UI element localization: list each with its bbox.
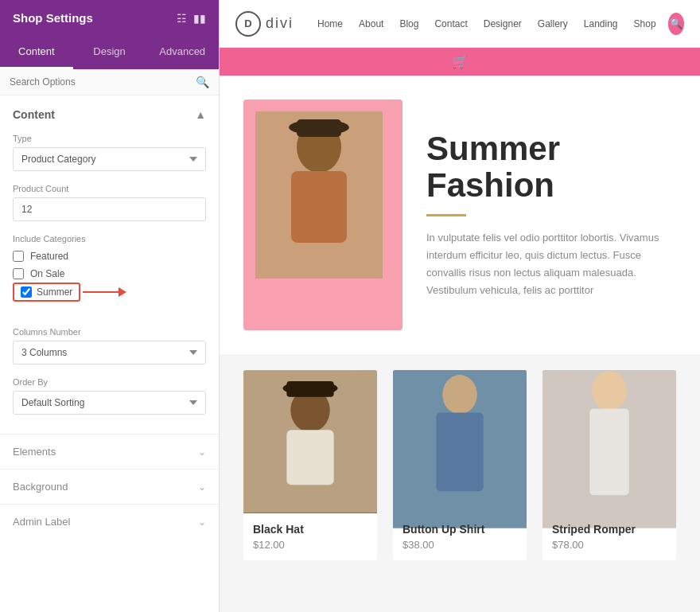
type-select[interactable]: Product Category [13, 147, 206, 171]
category-featured-label: Featured [30, 251, 68, 262]
settings-panel: Shop Settings ☷ ▮▮ Content Design Advanc… [0, 0, 220, 612]
nav-search-button[interactable]: 🔍 [668, 13, 684, 35]
svg-point-16 [592, 371, 626, 410]
background-section[interactable]: Background ⌄ [0, 469, 219, 504]
person-svg [255, 111, 383, 279]
type-field: Type Product Category [0, 127, 219, 177]
product-info-0: Black Hat $12.00 [243, 513, 377, 560]
header-icons: ☷ ▮▮ [177, 12, 206, 25]
content-collapse-icon[interactable]: ▲ [195, 108, 206, 121]
svg-rect-11 [286, 381, 333, 397]
product-card-0: Black Hat $12.00 [243, 370, 377, 560]
hero-section: Summer Fashion In vulputate felis vel od… [220, 76, 700, 354]
hero-body: In vulputate felis vel odio porttitor lo… [426, 229, 676, 299]
grid-icon[interactable]: ☷ [177, 12, 187, 25]
admin-label-text: Admin Label [13, 516, 70, 528]
category-on-sale: On Sale [13, 265, 206, 283]
tab-content[interactable]: Content [0, 36, 73, 69]
panel-header: Shop Settings ☷ ▮▮ [0, 0, 219, 36]
product-image-2 [542, 370, 676, 513]
category-summer-label: Summer [37, 287, 72, 298]
panel-title: Shop Settings [13, 11, 93, 25]
svg-rect-9 [286, 430, 333, 485]
background-label: Background [13, 481, 68, 493]
nav-landing[interactable]: Landing [584, 18, 618, 29]
svg-rect-4 [291, 171, 347, 243]
elements-label: Elements [13, 446, 56, 458]
tab-advanced[interactable]: Advanced [146, 36, 219, 69]
columns-field: Columns Number 3 Columns [0, 321, 219, 371]
background-chevron: ⌄ [198, 481, 206, 493]
nav-blog[interactable]: Blog [399, 18, 418, 29]
checkbox-on-sale[interactable] [13, 268, 24, 279]
product-count-field: Product Count [0, 177, 219, 228]
product-count-input[interactable] [13, 197, 206, 221]
content-section-title: Content [13, 108, 55, 121]
logo-letter: D [244, 18, 251, 29]
order-by-field: Order By Default Sorting [0, 371, 219, 421]
hero-title: Summer Fashion [426, 131, 676, 204]
nav-designer[interactable]: Designer [484, 18, 522, 29]
cart-icon[interactable]: 🛒 [452, 54, 468, 69]
tabs-row: Content Design Advanced [0, 36, 219, 69]
category-featured: Featured [13, 248, 206, 265]
logo-name: divi [266, 15, 294, 32]
checkbox-summer[interactable] [21, 287, 32, 298]
hero-text: Summer Fashion In vulputate felis vel od… [426, 131, 676, 299]
content-section-header: Content ▲ [0, 96, 219, 127]
nav-cart-row: 🛒 [220, 48, 700, 76]
hero-person-image [255, 111, 383, 279]
elements-section[interactable]: Elements ⌄ [0, 434, 219, 469]
include-categories-label: Include Categories [13, 234, 206, 244]
hero-divider [426, 214, 466, 216]
search-input[interactable] [10, 76, 196, 88]
admin-label-chevron: ⌄ [198, 516, 206, 528]
columns-label: Columns Number [13, 327, 206, 337]
arrow-indicator [83, 284, 126, 300]
category-on-sale-label: On Sale [30, 268, 64, 279]
checkbox-featured[interactable] [13, 251, 24, 262]
products-grid: Black Hat $12.00 Button Up Shirt $38.00 [243, 370, 676, 560]
nav-home[interactable]: Home [317, 18, 343, 29]
svg-rect-17 [589, 408, 628, 495]
order-by-label: Order By [13, 377, 206, 387]
product-card-2: Striped Romper $78.00 [542, 370, 676, 560]
nav-gallery[interactable]: Gallery [538, 18, 568, 29]
product-price-0: $12.00 [253, 539, 368, 551]
svg-rect-6 [297, 119, 341, 137]
order-by-select[interactable]: Default Sorting [13, 391, 206, 415]
svg-rect-14 [436, 412, 483, 491]
logo-circle: D [235, 11, 261, 37]
include-categories-group: Include Categories Featured On Sale Summ… [0, 228, 219, 308]
admin-label-section[interactable]: Admin Label ⌄ [0, 504, 219, 539]
search-icon: 🔍 [196, 76, 209, 88]
product-name-0: Black Hat [253, 523, 368, 536]
nav-contact[interactable]: Contact [434, 18, 467, 29]
search-row: 🔍 [0, 69, 219, 96]
product-price-2: $78.00 [552, 539, 667, 551]
tab-design[interactable]: Design [73, 36, 146, 69]
top-nav: D divi Home About Blog Contact Designer … [220, 0, 700, 48]
product-card-1: Button Up Shirt $38.00 [393, 370, 527, 560]
product-count-label: Product Count [13, 184, 206, 193]
product-image-0 [243, 370, 377, 513]
type-label: Type [13, 134, 206, 143]
product-price-1: $38.00 [402, 539, 517, 551]
nav-logo: D divi [235, 11, 294, 37]
nav-shop[interactable]: Shop [634, 18, 656, 29]
columns-icon[interactable]: ▮▮ [193, 12, 206, 25]
product-image-1 [393, 370, 527, 513]
hero-image-container [243, 99, 402, 330]
columns-select[interactable]: 3 Columns [13, 341, 206, 364]
preview-panel: D divi Home About Blog Contact Designer … [220, 0, 700, 612]
svg-point-13 [442, 375, 476, 414]
nav-about[interactable]: About [359, 18, 383, 29]
elements-chevron: ⌄ [198, 446, 206, 458]
hero-image [255, 111, 383, 279]
svg-marker-1 [119, 287, 126, 297]
products-section: Black Hat $12.00 Button Up Shirt $38.00 [220, 354, 700, 584]
nav-links: Home About Blog Contact Designer Gallery… [317, 18, 656, 29]
category-summer: Summer [13, 283, 80, 302]
